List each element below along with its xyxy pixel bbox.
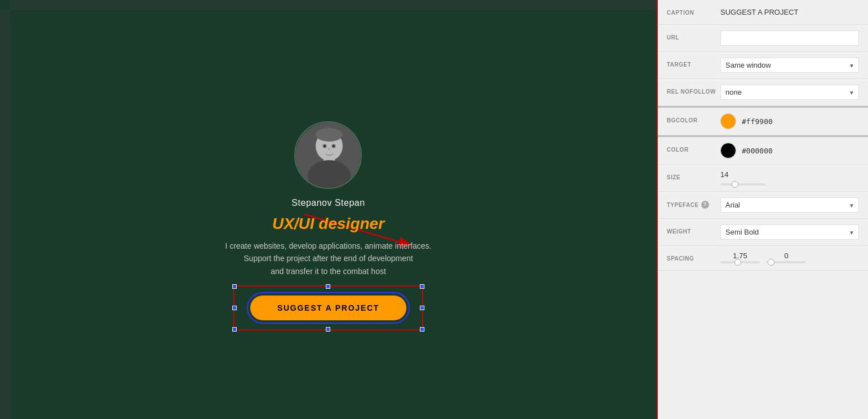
spacing-thumb-2[interactable] — [768, 259, 774, 266]
bgcolor-value-wrapper: #ff9900 — [720, 113, 859, 129]
handle-tr[interactable] — [420, 284, 424, 289]
bgcolor-label: BGCOLOR — [667, 113, 720, 124]
weight-select-wrapper: Thin Light Regular Semi Bold Bold Extra … — [720, 224, 859, 240]
handle-tl[interactable] — [232, 284, 237, 289]
color-value-wrapper: #000000 — [720, 143, 859, 158]
spacing-group-2: 0 — [767, 252, 806, 263]
ruler-vertical — [0, 10, 10, 419]
handle-ml[interactable] — [232, 306, 237, 310]
color-row: COLOR #000000 — [658, 137, 868, 165]
target-row: TARGET Same window New window Parent fra… — [658, 52, 868, 79]
color-swatch[interactable] — [720, 143, 736, 158]
url-input[interactable] — [720, 30, 859, 46]
ruler-horizontal — [10, 0, 657, 10]
spacing-slider-2[interactable] — [767, 261, 806, 263]
spacing-row: SPACING 1.75 0 — [658, 246, 868, 271]
handle-bl[interactable] — [232, 327, 237, 332]
size-value-wrapper: 14 — [720, 170, 859, 186]
url-field-wrapper — [720, 30, 859, 46]
avatar — [294, 121, 362, 189]
person-name: Stepanov Stepan — [291, 198, 365, 208]
weight-label: WEIGHT — [667, 224, 720, 235]
target-label: TARGET — [667, 58, 720, 68]
spacing-thumb-1[interactable] — [734, 259, 741, 266]
typeface-row: TYPEFACE ? Arial Georgia Helvetica Times… — [658, 192, 868, 219]
url-label: URL — [667, 30, 720, 41]
typeface-help-badge[interactable]: ? — [701, 201, 709, 209]
size-label: SIZE — [667, 170, 720, 181]
profile-section: Stepanov Stepan UX/UI designer I create … — [225, 121, 432, 320]
button-wrapper: SUGGEST A PROJECT — [250, 295, 406, 320]
spacing-val-1: 1.75 — [733, 252, 747, 260]
size-value: 14 — [720, 170, 859, 179]
typeface-select-wrapper: Arial Georgia Helvetica Times New Roman … — [720, 197, 859, 213]
spacing-label: SPACING — [667, 252, 720, 262]
spacing-val-2: 0 — [784, 252, 788, 260]
target-select[interactable]: Same window New window Parent frame Top … — [720, 58, 859, 73]
weight-select[interactable]: Thin Light Regular Semi Bold Bold Extra … — [720, 224, 859, 240]
canvas-area: Stepanov Stepan UX/UI designer I create … — [0, 0, 657, 419]
caption-value: SUGGEST A PROJECT — [720, 6, 859, 16]
typeface-label: TYPEFACE ? — [667, 197, 720, 209]
properties-panel: CAPTION SUGGEST A PROJECT URL TARGET Sam… — [657, 0, 868, 419]
handle-mr[interactable] — [420, 306, 424, 310]
target-select-wrapper: Same window New window Parent frame Top … — [720, 58, 859, 73]
color-label: COLOR — [667, 143, 720, 153]
bgcolor-swatch[interactable] — [720, 113, 736, 129]
svg-point-8 — [333, 144, 335, 147]
suggest-button[interactable]: SUGGEST A PROJECT — [250, 295, 406, 320]
handle-br[interactable] — [420, 327, 424, 332]
bgcolor-hex: #ff9900 — [742, 117, 773, 126]
size-slider-thumb[interactable] — [732, 181, 738, 188]
handle-bc[interactable] — [326, 327, 330, 332]
svg-point-7 — [324, 144, 326, 147]
spacing-value-wrapper: 1.75 0 — [720, 252, 859, 263]
caption-label: CAPTION — [667, 6, 720, 16]
rel-select-wrapper: none nofollow noreferrer noopener ▼ — [720, 85, 859, 100]
url-row: URL — [658, 25, 868, 52]
rel-label: REL NOFOLLOW — [667, 85, 720, 95]
color-hex: #000000 — [742, 147, 773, 155]
job-title: UX/UI designer — [272, 215, 384, 233]
caption-row: CAPTION SUGGEST A PROJECT — [658, 0, 868, 25]
spacing-slider-1[interactable] — [720, 261, 760, 263]
svg-point-4 — [316, 128, 343, 142]
handle-tc[interactable] — [326, 284, 330, 289]
description: I create websites, develop applications,… — [225, 240, 432, 277]
rel-select[interactable]: none nofollow noreferrer noopener — [720, 85, 859, 100]
bgcolor-row: BGCOLOR #ff9900 — [658, 108, 868, 135]
rel-row: REL NOFOLLOW none nofollow noreferrer no… — [658, 79, 868, 106]
weight-row: WEIGHT Thin Light Regular Semi Bold Bold… — [658, 219, 868, 246]
size-slider[interactable] — [720, 183, 765, 186]
spacing-group-1: 1.75 — [720, 252, 760, 263]
size-row: SIZE 14 — [658, 165, 868, 192]
typeface-select[interactable]: Arial Georgia Helvetica Times New Roman … — [720, 197, 859, 213]
